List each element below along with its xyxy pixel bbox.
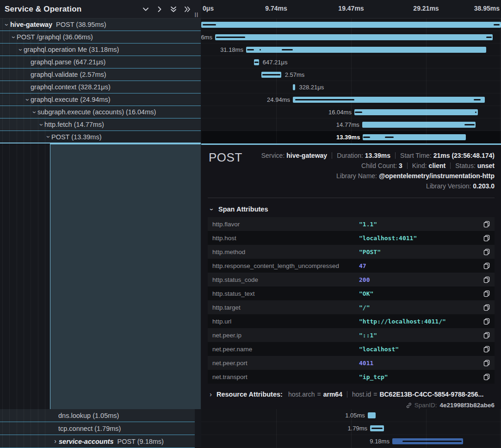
copy-icon[interactable] bbox=[483, 332, 490, 339]
span-detail-panel: POST Service: hive-gatewayDuration: 13.3… bbox=[201, 143, 501, 409]
span-bar[interactable] bbox=[293, 97, 485, 103]
attribute-key: net.peer.name bbox=[212, 346, 359, 353]
attribute-row: http.target"/" bbox=[208, 300, 495, 314]
span-row[interactable]: graphql.context (328.21μs) bbox=[0, 81, 201, 93]
child-span-marker bbox=[254, 62, 259, 63]
span-row[interactable]: ›service-accountsPOST (9.18ms) bbox=[0, 435, 195, 448]
attribute-key: http.method bbox=[212, 249, 359, 255]
copy-icon[interactable] bbox=[483, 373, 490, 380]
chevron-right-icon[interactable] bbox=[156, 6, 163, 13]
duration-label: 1.79ms bbox=[347, 422, 367, 435]
resource-attributes-row: ›Resource Attributes:host.arch=arm64host… bbox=[208, 391, 495, 398]
child-span-marker bbox=[363, 137, 370, 138]
copy-icon[interactable] bbox=[483, 304, 490, 311]
child-span-marker bbox=[464, 124, 475, 125]
duration-label: 2.57ms bbox=[285, 68, 305, 81]
copy-icon[interactable] bbox=[483, 290, 490, 297]
span-row[interactable]: ›graphql.operation Me (31.18ms) bbox=[0, 44, 201, 56]
resource-attributes-title: Resource Attributes: bbox=[216, 391, 283, 398]
copy-icon[interactable] bbox=[483, 262, 490, 269]
timeline-row: 24.94ms bbox=[201, 93, 501, 106]
span-bar[interactable] bbox=[362, 122, 476, 128]
resource-key: host.id bbox=[352, 391, 371, 398]
span-bar[interactable] bbox=[246, 47, 486, 53]
span-bar[interactable] bbox=[368, 412, 376, 418]
panel-resize-handle[interactable]: || bbox=[195, 12, 198, 17]
collapse-chevron-icon[interactable]: › bbox=[25, 97, 31, 103]
meta-label: Status: bbox=[455, 162, 477, 169]
span-row[interactable]: ›hive-gatewayPOST (38.95ms) bbox=[0, 19, 201, 31]
span-bar[interactable] bbox=[254, 59, 259, 65]
collapse-chevron-icon[interactable]: › bbox=[38, 122, 44, 128]
axis-tick-label: 19.47ms bbox=[338, 5, 364, 12]
span-row[interactable]: ›POST /graphql (36.06ms) bbox=[0, 31, 201, 44]
attribute-value: 47 bbox=[359, 262, 483, 269]
collapse-chevron-icon[interactable]: › bbox=[31, 109, 37, 115]
child-span-marker bbox=[494, 24, 500, 25]
copy-icon[interactable] bbox=[483, 249, 490, 255]
copy-icon[interactable] bbox=[483, 221, 490, 228]
copy-icon[interactable] bbox=[483, 318, 490, 325]
span-row[interactable]: dns.lookup (1.05ms) bbox=[0, 409, 195, 422]
copy-icon[interactable] bbox=[483, 276, 490, 283]
span-meta-line3: Library Name: @opentelemetry/instrumenta… bbox=[208, 171, 495, 181]
span-bar[interactable] bbox=[201, 22, 501, 28]
span-id-value: 4e21998f3b82abe6 bbox=[439, 402, 495, 409]
chevron-right-icon[interactable]: › bbox=[208, 392, 214, 398]
meta-value: hive-gateway bbox=[286, 152, 327, 159]
double-chevron-right-icon[interactable] bbox=[184, 6, 191, 13]
attribute-key: http.host bbox=[212, 235, 359, 242]
span-bar[interactable] bbox=[363, 134, 466, 140]
axis-tick-label: 0μs bbox=[203, 5, 214, 12]
span-row[interactable]: graphql.parse (647.21μs) bbox=[0, 56, 201, 68]
meta-value: 13.39ms bbox=[365, 152, 390, 159]
span-bar[interactable] bbox=[354, 109, 478, 115]
collapse-chevron-icon[interactable]: › bbox=[45, 134, 51, 140]
collapse-chevron-icon[interactable]: › bbox=[11, 34, 17, 40]
child-span-marker bbox=[295, 99, 354, 100]
axis-tick-label: 38.95ms bbox=[474, 5, 500, 12]
attribute-key: http.url bbox=[212, 318, 359, 325]
link-icon[interactable] bbox=[406, 402, 412, 409]
child-span-marker bbox=[402, 441, 462, 442]
copy-icon[interactable] bbox=[483, 360, 490, 367]
span-row[interactable]: graphql.validate (2.57ms) bbox=[0, 68, 201, 81]
span-bar[interactable] bbox=[215, 34, 493, 40]
span-bar[interactable] bbox=[293, 84, 295, 90]
operation-name: tcp.connect (1.79ms) bbox=[58, 425, 121, 432]
chevron-down-icon[interactable] bbox=[142, 6, 149, 13]
copy-icon[interactable] bbox=[483, 346, 490, 353]
duration-label: 31.18ms bbox=[220, 44, 243, 56]
attribute-row: net.peer.name"localhost" bbox=[208, 342, 495, 356]
attribute-key: http.flavor bbox=[212, 221, 359, 228]
collapse-chevron-icon[interactable]: › bbox=[4, 22, 10, 28]
span-row[interactable]: ›POST (13.39ms) bbox=[0, 131, 201, 143]
expand-chevron-icon[interactable]: › bbox=[52, 438, 58, 444]
operation-name: dns.lookup (1.05ms) bbox=[58, 412, 119, 419]
double-chevron-down-icon[interactable] bbox=[170, 6, 177, 13]
attribute-row: http.status_code200 bbox=[208, 273, 495, 286]
child-span-marker bbox=[486, 37, 492, 38]
span-row[interactable]: tcp.connect (1.79ms) bbox=[0, 422, 195, 435]
timeline-row: 328.21μs bbox=[201, 81, 501, 93]
span-row[interactable]: ›subgraph.execute (accounts) (16.04ms) bbox=[0, 106, 201, 118]
span-bar[interactable] bbox=[261, 72, 281, 78]
meta-value: client bbox=[429, 162, 446, 169]
child-span-marker bbox=[247, 49, 254, 50]
span-attributes-table: http.flavor"1.1"http.host"localhost:4011… bbox=[208, 217, 495, 384]
collapse-chevron-icon[interactable]: › bbox=[18, 47, 24, 53]
attribute-row: http.flavor"1.1" bbox=[208, 217, 495, 231]
timeline-row: 1.79ms bbox=[201, 422, 501, 435]
span-row[interactable]: ›http.fetch (14.77ms) bbox=[0, 118, 201, 131]
span-bar[interactable] bbox=[392, 438, 463, 444]
span-row[interactable]: ›graphql.execute (24.94ms) bbox=[0, 93, 201, 106]
attribute-key: net.transport bbox=[212, 373, 359, 380]
timeline-row: 2.57ms bbox=[201, 68, 501, 81]
span-bar[interactable] bbox=[370, 425, 384, 431]
span-attributes-toggle[interactable]: › Span Attributes bbox=[209, 205, 495, 213]
equals-sign: = bbox=[317, 391, 321, 398]
attribute-row: http.status_text"OK" bbox=[208, 286, 495, 300]
attribute-value: 200 bbox=[359, 276, 483, 283]
attribute-key: net.peer.ip bbox=[212, 332, 359, 339]
copy-icon[interactable] bbox=[483, 235, 490, 242]
